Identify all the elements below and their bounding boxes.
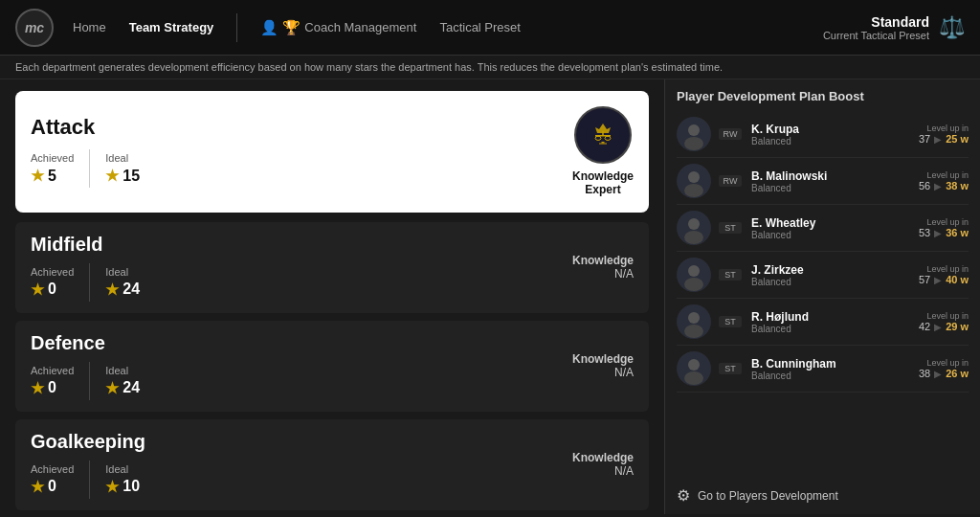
position-tag: ST	[719, 363, 742, 374]
app-logo[interactable]: mc	[15, 9, 54, 47]
attack-stats: Achieved ★ 5 Ideal ★ 15	[31, 149, 140, 188]
level-info: Level up in 37 ▶ 25 w	[919, 124, 969, 145]
svg-point-12	[684, 137, 703, 150]
defence-achieved-label: Achieved	[31, 365, 74, 376]
defence-knowledge-val: N/A	[572, 366, 634, 379]
level-value: 56 ▶ 38 w	[919, 180, 969, 191]
level-label: Level up in	[919, 311, 969, 321]
level-info: Level up in 42 ▶ 29 w	[919, 311, 969, 332]
defence-knowledge-title: Knowledge	[572, 352, 634, 366]
settings-icon: 🏆	[282, 19, 301, 36]
position-tag: RW	[719, 175, 742, 187]
level-num: 38	[919, 368, 930, 379]
goalkeeping-achieved-value: ★ 0	[31, 478, 74, 496]
defence-ideal-star: ★	[105, 379, 119, 397]
svg-point-23	[688, 312, 700, 324]
player-sub: Balanced	[751, 183, 911, 193]
goalkeeping-ideal-label: Ideal	[105, 463, 140, 475]
svg-point-14	[688, 171, 700, 183]
level-num: 56	[919, 180, 930, 191]
level-value: 37 ▶ 25 w	[919, 133, 969, 145]
goalkeeping-ideal-num: 10	[122, 478, 140, 495]
defence-title: Defence	[31, 332, 140, 354]
level-label: Level up in	[919, 170, 969, 180]
defence-stats: Achieved ★ 0 Ideal ★ 24	[31, 362, 140, 400]
preset-name: Standard	[823, 14, 929, 30]
arrow-icon: ▶	[934, 181, 942, 191]
development-link-label: Go to Players Development	[698, 489, 838, 503]
svg-rect-8	[601, 142, 604, 144]
player-avatar	[677, 351, 711, 386]
player-row: ST R. Højlund Balanced Level up in 42 ▶ …	[677, 299, 969, 346]
nav-home[interactable]: Home	[73, 16, 106, 38]
level-num: 37	[919, 133, 930, 145]
goalkeeping-knowledge-val: N/A	[572, 464, 634, 478]
level-weeks: 25 w	[946, 133, 969, 145]
nav-team-strategy[interactable]: Team Strategy	[129, 16, 214, 38]
attack-ideal-label: Ideal	[105, 152, 140, 164]
goalkeeping-divider	[89, 461, 90, 499]
ideal-num: 15	[122, 168, 140, 185]
arrow-icon: ▶	[934, 134, 942, 145]
achieved-num: 5	[48, 168, 56, 185]
level-weeks: 38 w	[946, 180, 969, 191]
ideal-star: ★	[105, 167, 119, 185]
level-info: Level up in 56 ▶ 38 w	[919, 170, 969, 191]
goalkeeping-section: Goalkeeping Achieved ★ 0 Ideal ★	[15, 419, 649, 510]
svg-rect-9	[599, 144, 607, 145]
defence-ideal: Ideal ★ 24	[105, 365, 140, 397]
main-content: Attack Achieved ★ 5 Ideal ★	[0, 79, 980, 514]
player-row: ST E. Wheatley Balanced Level up in 53 ▶…	[677, 205, 969, 252]
player-avatar	[677, 304, 711, 339]
defence-ideal-label: Ideal	[105, 365, 140, 376]
player-avatar	[677, 211, 711, 245]
nav-icons: 👤 🏆	[260, 19, 301, 36]
achieved-star: ★	[31, 167, 44, 185]
svg-point-11	[688, 124, 700, 136]
goalkeeping-stats: Achieved ★ 0 Ideal ★ 10	[31, 461, 145, 499]
player-info: B. Malinowski Balanced	[751, 169, 911, 193]
player-info: R. Højlund Balanced	[751, 310, 911, 334]
level-value: 42 ▶ 29 w	[919, 321, 969, 332]
svg-point-21	[684, 278, 703, 291]
knowledge-label: Knowledge Expert	[572, 169, 634, 197]
player-info: B. Cunningham Balanced	[751, 357, 911, 381]
arrow-icon: ▶	[934, 275, 942, 285]
attack-achieved-label: Achieved	[31, 152, 74, 164]
midfield-divider	[89, 263, 90, 302]
preset-info-container: Standard Current Tactical Preset ⚖️	[823, 14, 965, 41]
player-row: ST B. Cunningham Balanced Level up in 38…	[677, 346, 969, 393]
nav-coach-management[interactable]: Coach Management	[304, 16, 416, 38]
left-panel: Attack Achieved ★ 5 Ideal ★	[0, 79, 664, 514]
page-subtitle: Each department generates development ef…	[0, 56, 980, 79]
knowledge-badge: Knowledge Expert	[572, 106, 634, 197]
attack-left: Attack Achieved ★ 5 Ideal ★	[31, 115, 140, 188]
level-num: 57	[919, 274, 930, 285]
goalkeeping-ideal-value: ★ 10	[105, 478, 140, 496]
level-label: Level up in	[919, 124, 969, 133]
defence-ideal-num: 24	[122, 379, 140, 396]
goalkeeping-ideal: Ideal ★ 10	[105, 463, 140, 496]
player-name: K. Krupa	[751, 123, 911, 136]
badge-icon	[574, 106, 632, 164]
development-link-icon: ⚙	[677, 486, 690, 505]
defence-achieved: Achieved ★ 0	[31, 365, 74, 397]
player-info: J. Zirkzee Balanced	[751, 263, 911, 287]
goalkeeping-achieved-label: Achieved	[31, 463, 74, 475]
position-tag: ST	[719, 316, 742, 327]
go-to-players-development-link[interactable]: ⚙ Go to Players Development	[677, 479, 969, 505]
player-avatar	[677, 117, 711, 151]
goalkeeping-knowledge-title: Knowledge	[572, 451, 634, 464]
defence-section: Defence Achieved ★ 0 Ideal ★	[15, 321, 649, 412]
midfield-achieved-value: ★ 0	[31, 281, 74, 299]
midfield-left: Midfield Achieved ★ 0 Ideal ★	[31, 234, 140, 302]
preset-label: Current Tactical Preset	[823, 30, 929, 41]
svg-point-15	[684, 184, 703, 197]
player-row: RW B. Malinowski Balanced Level up in 56…	[677, 158, 969, 205]
player-name: R. Højlund	[751, 310, 911, 324]
defence-left: Defence Achieved ★ 0 Ideal ★	[31, 332, 140, 400]
player-sub: Balanced	[751, 277, 911, 287]
nav-tactical-preset[interactable]: Tactical Preset	[439, 16, 521, 38]
defence-achieved-star: ★	[31, 379, 44, 397]
stat-divider	[89, 149, 90, 188]
